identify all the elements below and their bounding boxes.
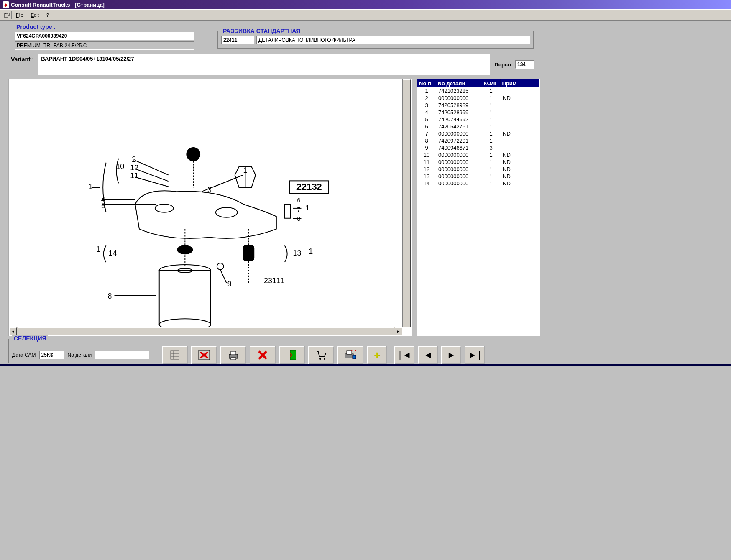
cell-pos: 7 (417, 130, 436, 137)
cart-button[interactable] (308, 346, 334, 364)
cell-qty: 1 (482, 151, 500, 159)
col-note[interactable]: Прим (500, 79, 539, 87)
table-row[interactable]: 1300000000001ND (417, 173, 539, 180)
cell-qty: 1 (482, 130, 500, 137)
svg-line-17 (135, 161, 168, 175)
table-row[interactable]: 700000000001ND (417, 130, 539, 137)
delete-button[interactable] (250, 346, 276, 364)
scroll-right-icon[interactable]: ► (395, 327, 402, 335)
svg-rect-64 (347, 351, 352, 354)
cell-pos: 6 (417, 123, 436, 130)
svg-point-9 (187, 148, 200, 161)
clear-selection-button[interactable] (191, 346, 217, 364)
svg-text:12: 12 (130, 164, 138, 172)
nav-next-button[interactable]: ► (441, 346, 461, 364)
breakdown-legend: РАЗБИВКА СТАНДАРТНАЯ (221, 28, 302, 34)
diagram-ref-23111: 23111 (264, 276, 285, 285)
svg-text:2: 2 (132, 155, 136, 164)
table-row[interactable]: 1200000000001ND (417, 166, 539, 173)
menu-file[interactable]: File (13, 12, 27, 18)
red-x-icon (257, 350, 268, 361)
window-titlebar: ◆ Consult RenaultTrucks - [Страница] (0, 0, 731, 9)
cell-qty: 1 (482, 180, 500, 187)
menu-help[interactable]: ? (43, 12, 52, 18)
table-row[interactable]: 174210232851 (417, 87, 539, 95)
table-row[interactable]: 374205289891 (417, 102, 539, 109)
diagram-scrollbar-vertical[interactable] (402, 79, 411, 327)
table-row[interactable]: 1100000000001ND (417, 159, 539, 166)
perso-field[interactable]: 134 (515, 60, 534, 69)
svg-rect-3 (159, 271, 211, 325)
breakdown-code-field[interactable]: 22411 (221, 36, 254, 44)
first-icon: ∣◄ (398, 350, 412, 361)
table-row[interactable]: 974009466713 (417, 144, 539, 151)
svg-text:8: 8 (108, 292, 112, 300)
cell-note: ND (500, 166, 539, 173)
cell-part: 0000000000 (436, 173, 482, 180)
cart-icon (315, 350, 327, 360)
printer-lock-icon (344, 350, 357, 361)
scroll-left-icon[interactable]: ◄ (9, 327, 17, 335)
cascade-icon (4, 13, 10, 18)
selection-legend: СЕЛЕКЦИЯ (12, 335, 48, 342)
cell-note (500, 144, 539, 151)
vin-field[interactable]: VF624GPA000039420 (15, 32, 194, 40)
door-exit-icon (286, 350, 298, 361)
col-qty[interactable]: КОЛІ (482, 79, 500, 87)
cell-part: 7421023285 (436, 87, 482, 95)
cell-pos: 4 (417, 109, 436, 116)
cell-part: 0000000000 (436, 151, 482, 159)
diagram-viewport[interactable]: 22132 23111 1 1 1 1 1 2 3 4 5 6 7 8 8 9 … (8, 79, 412, 336)
cell-part: 7420972291 (436, 137, 482, 144)
svg-text:7: 7 (297, 206, 301, 213)
variant-field[interactable]: ВАРИАНТ 1DS04/05+13104/05/22/27 (38, 54, 490, 75)
svg-rect-16 (285, 204, 291, 218)
exit-button[interactable] (279, 346, 305, 364)
breakdown-desc-field[interactable]: ДЕТАЛИРОВКА ТОПЛИВНОГО ФИЛЬТРА (256, 36, 530, 44)
cell-note (500, 123, 539, 130)
table-row[interactable]: 874209722911 (417, 137, 539, 144)
part-no-field[interactable] (95, 351, 149, 359)
breakdown-group: РАЗБИВКА СТАНДАРТНАЯ 22411 ДЕТАЛИРОВКА Т… (217, 28, 534, 49)
print-button[interactable] (220, 346, 246, 364)
svg-line-26 (220, 270, 227, 283)
nav-prev-button[interactable]: ◄ (418, 346, 438, 364)
printer-icon (227, 350, 239, 360)
table-row[interactable]: 1000000000001ND (417, 151, 539, 159)
svg-rect-1 (4, 14, 8, 17)
svg-point-61 (319, 358, 321, 360)
col-part[interactable]: No детали (436, 79, 482, 87)
window-title: Consult RenaultTrucks - [Страница] (11, 2, 105, 8)
table-row[interactable]: 474205289991 (417, 109, 539, 116)
cell-part: 7420744692 (436, 116, 482, 123)
svg-point-4 (159, 319, 211, 327)
cell-pos: 9 (417, 144, 436, 151)
table-row[interactable]: 674205427511 (417, 123, 539, 130)
svg-text:1: 1 (96, 245, 100, 253)
table-row[interactable]: 200000000001ND (417, 95, 539, 102)
cell-qty: 1 (482, 166, 500, 173)
cam-date-field[interactable]: 25K$ (39, 351, 64, 359)
table-row[interactable]: 1400000000001ND (417, 180, 539, 187)
nav-last-button[interactable]: ►∣ (465, 346, 485, 364)
menu-edit[interactable]: Edit (28, 12, 42, 18)
add-button[interactable]: + (367, 346, 387, 364)
cell-qty: 1 (482, 102, 500, 109)
diagram-scrollbar-horizontal[interactable]: ◄ ► (9, 327, 402, 335)
print-lock-button[interactable] (337, 346, 363, 364)
cell-qty: 1 (482, 137, 500, 144)
svg-text:13: 13 (293, 249, 302, 257)
svg-text:11: 11 (130, 171, 138, 180)
cell-pos: 1 (417, 87, 436, 95)
restore-window-icon[interactable] (3, 11, 12, 19)
parts-table[interactable]: No п No детали КОЛІ Прим 174210232851200… (417, 79, 540, 336)
cell-part: 0000000000 (436, 159, 482, 166)
details-button[interactable] (162, 346, 188, 364)
svg-text:14: 14 (109, 249, 117, 257)
cell-qty: 1 (482, 159, 500, 166)
table-row[interactable]: 574207446921 (417, 116, 539, 123)
red-x-box-icon (198, 350, 210, 361)
nav-first-button[interactable]: ∣◄ (394, 346, 414, 364)
cell-qty: 1 (482, 116, 500, 123)
col-pos[interactable]: No п (417, 79, 436, 87)
